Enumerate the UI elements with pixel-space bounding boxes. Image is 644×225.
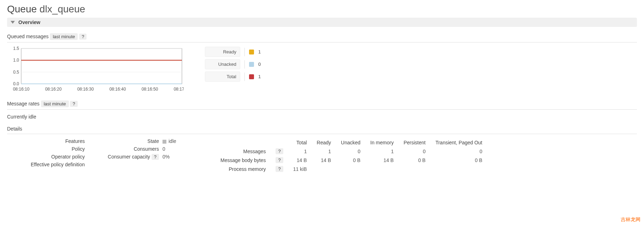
messages-table: TotalReadyUnackedIn memoryPersistentTran… — [215, 138, 487, 173]
legend-label: Ready — [205, 47, 240, 57]
queued-messages-chart: 0.00.51.01.508:16:1008:16:2008:16:3008:1… — [7, 47, 184, 93]
table-cell: 0 B — [431, 156, 488, 165]
table-cell: 0 — [398, 147, 430, 156]
svg-text:08:16:40: 08:16:40 — [110, 87, 126, 92]
divider — [244, 73, 245, 81]
details-label: Details — [7, 126, 637, 132]
table-col-header: Ready — [312, 138, 336, 147]
page-title: Queue dlx_queue — [7, 4, 637, 15]
detail-label: Features — [7, 138, 88, 144]
table-cell: 1 — [365, 147, 398, 156]
table-cell: 0 — [336, 147, 365, 156]
legend-swatch — [249, 74, 254, 79]
table-col-header: Transient, Paged Out — [431, 138, 488, 147]
table-cell: 14 B — [288, 156, 312, 165]
svg-rect-0 — [21, 48, 182, 84]
table-col-header: Total — [288, 138, 312, 147]
chevron-down-icon — [11, 21, 15, 24]
divider — [244, 60, 245, 69]
svg-text:08:16:30: 08:16:30 — [77, 87, 94, 92]
title-prefix: Queue — [7, 4, 37, 15]
table-cell — [312, 165, 336, 173]
legend-value: 1 — [258, 49, 261, 54]
table-col-header: Persistent — [398, 138, 430, 147]
legend-row: Total 1 — [205, 71, 261, 82]
idle-text: Currently idle — [7, 114, 637, 120]
legend-label: Unacked — [205, 59, 240, 69]
table-col-header: Unacked — [336, 138, 365, 147]
divider — [7, 109, 637, 110]
svg-text:1.0: 1.0 — [13, 58, 19, 63]
table-cell — [336, 165, 365, 173]
table-cell — [398, 165, 430, 173]
help-button[interactable]: ? — [276, 166, 283, 172]
table-row: Message body bytes?14 B14 B0 B14 B0 B0 B — [215, 156, 487, 165]
table-cell: 14 B — [312, 156, 336, 165]
table-cell: 11 kiB — [288, 165, 312, 173]
message-rates-label: Message rates — [7, 101, 40, 106]
help-button[interactable]: ? — [276, 157, 283, 163]
queued-help-button[interactable]: ? — [79, 34, 87, 40]
svg-text:0.5: 0.5 — [13, 70, 19, 75]
table-cell: 1 — [312, 147, 336, 156]
divider — [7, 42, 637, 42]
detail-label: Consumer capacity ? — [102, 154, 163, 160]
legend-row: Ready 1 — [205, 47, 261, 57]
table-cell: 0 B — [336, 156, 365, 165]
divider — [7, 134, 637, 134]
svg-text:08:16:50: 08:16:50 — [142, 87, 158, 92]
detail-label: Effective policy definition — [7, 162, 88, 167]
help-button[interactable]: ? — [276, 148, 283, 154]
svg-text:08:17:00: 08:17:00 — [174, 87, 184, 92]
detail-label: State — [102, 138, 163, 144]
legend-value: 1 — [258, 74, 261, 79]
svg-text:1.5: 1.5 — [13, 47, 19, 51]
queued-messages-label: Queued messages — [7, 34, 49, 39]
queued-range-selector[interactable]: last minute — [50, 33, 78, 40]
rates-range-selector[interactable]: last minute — [41, 100, 69, 107]
rates-help-button[interactable]: ? — [70, 101, 77, 107]
svg-text:0.0: 0.0 — [13, 81, 19, 86]
help-button[interactable]: ? — [152, 154, 159, 160]
legend-label: Total — [205, 71, 240, 82]
legend-value: 0 — [258, 62, 261, 67]
detail-label: Operator policy — [7, 154, 88, 160]
table-row-label: Messages — [215, 147, 271, 156]
table-row: Messages?110100 — [215, 147, 487, 156]
overview-toggle[interactable]: Overview — [7, 18, 637, 27]
table-row: Process memory?11 kiB — [215, 165, 487, 173]
table-cell: 14 B — [365, 156, 398, 165]
queue-name: dlx_queue — [40, 4, 85, 15]
detail-value: idle — [163, 138, 184, 144]
svg-text:08:16:10: 08:16:10 — [13, 87, 30, 92]
detail-label: Policy — [7, 146, 88, 152]
table-cell: 1 — [288, 147, 312, 156]
table-cell — [431, 165, 488, 173]
table-row-label: Message body bytes — [215, 156, 271, 165]
table-cell: 0 — [431, 147, 488, 156]
detail-label: Consumers — [102, 146, 163, 152]
state-dot-icon — [163, 140, 166, 144]
table-cell — [365, 165, 398, 173]
svg-text:08:16:20: 08:16:20 — [45, 87, 62, 92]
chart-legend: Ready 1Unacked 0Total 1 — [205, 47, 261, 84]
table-col-header: In memory — [365, 138, 398, 147]
legend-swatch — [249, 62, 254, 67]
divider — [244, 48, 245, 56]
table-cell: 0 B — [398, 156, 430, 165]
detail-value: 0 — [163, 146, 184, 152]
detail-value: 0% — [163, 154, 184, 160]
legend-row: Unacked 0 — [205, 59, 261, 69]
table-row-label: Process memory — [215, 165, 271, 173]
overview-label: Overview — [18, 19, 40, 25]
legend-swatch — [249, 50, 254, 54]
